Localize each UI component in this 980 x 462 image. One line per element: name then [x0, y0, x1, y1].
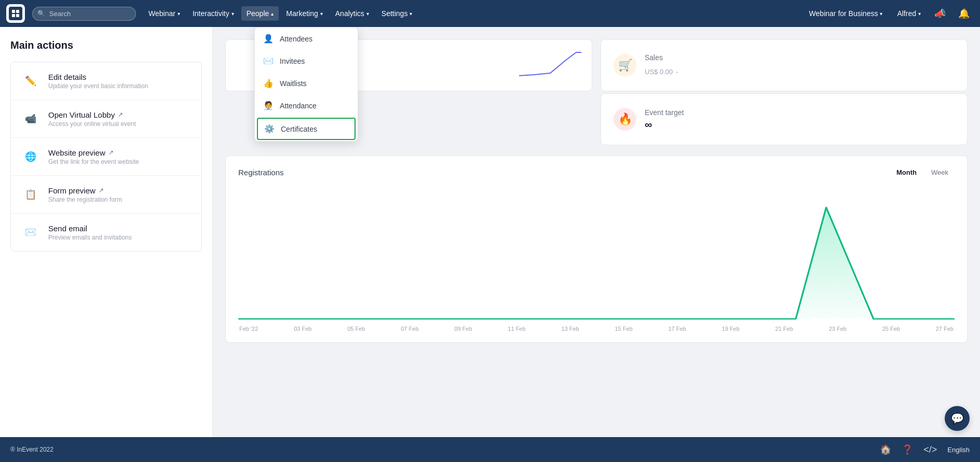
main-layout: Main actions ✏️ Edit details Update your…: [0, 27, 980, 437]
svg-rect-3: [16, 14, 19, 17]
action-title-lobby: Open Virtual Lobby ↗: [48, 110, 191, 119]
x-label-6: 13 Feb: [561, 326, 579, 332]
dropdown-item-attendance[interactable]: 🧑‍💼 Attendance: [255, 94, 358, 117]
nav-item-interactivity[interactable]: Interactivity ▾: [187, 6, 239, 21]
chevron-up-icon: ▴: [271, 11, 274, 17]
edit-icon: ✏️: [21, 72, 40, 90]
home-icon[interactable]: 🏠: [880, 444, 891, 455]
chart-header: Registrations Month Week: [238, 166, 955, 178]
x-label-1: 03 Feb: [294, 326, 311, 332]
stat-card-sales: 🛒 Sales US$ 0.00 -: [601, 39, 968, 91]
chart-title: Registrations: [238, 168, 284, 177]
action-title-email: Send email: [48, 224, 191, 233]
nav-right: Webinar for Business ▾ Alfred ▾ 📣 🔔: [804, 6, 974, 21]
chevron-down-icon: ▾: [410, 11, 412, 17]
chevron-down-icon: ▾: [232, 11, 234, 17]
action-send-email[interactable]: ✉️ Send email Preview emails and invitat…: [11, 214, 201, 251]
action-open-virtual-lobby[interactable]: 📹 Open Virtual Lobby ↗ Access your onlin…: [11, 100, 201, 138]
search-input[interactable]: [32, 7, 136, 21]
invitees-icon: ✉️: [263, 56, 274, 66]
action-desc-email: Preview emails and invitations: [48, 234, 191, 241]
footer-icons: 🏠 ❓ </> English: [880, 444, 970, 455]
dropdown-item-certificates[interactable]: ⚙️ Certificates: [257, 118, 356, 140]
nav-item-marketing[interactable]: Marketing ▾: [281, 6, 328, 21]
mini-chart-svg: [519, 50, 581, 81]
nav-item-settings[interactable]: Settings ▾: [376, 6, 418, 21]
code-icon[interactable]: </>: [923, 444, 937, 455]
action-desc-edit: Update your event basic information: [48, 82, 191, 90]
event-target-value: ∞: [645, 119, 684, 131]
globe-icon: 🌐: [21, 147, 40, 166]
notifications-icon[interactable]: 📣: [930, 6, 950, 21]
chevron-down-icon: ▾: [880, 11, 882, 17]
dropdown-item-invitees[interactable]: ✉️ Invitees: [255, 50, 358, 72]
event-target-icon-wrap: 🔥: [614, 108, 636, 131]
nav-item-analytics[interactable]: Analytics ▾: [330, 6, 374, 21]
external-link-icon: ↗: [118, 111, 123, 118]
attendance-icon: 🧑‍💼: [263, 101, 274, 110]
nav-webinar-for-business[interactable]: Webinar for Business ▾: [804, 6, 888, 21]
chevron-down-icon: ▾: [320, 11, 323, 17]
action-desc-lobby: Access your online virtual event: [48, 120, 191, 128]
external-link-icon: ↗: [99, 187, 104, 194]
action-edit-details[interactable]: ✏️ Edit details Update your event basic …: [11, 62, 201, 100]
x-label-13: 27 Feb: [936, 326, 954, 332]
x-label-9: 19 Feb: [722, 326, 740, 332]
dropdown-item-attendees[interactable]: 👤 Attendees: [255, 27, 358, 50]
x-label-8: 17 Feb: [668, 326, 686, 332]
dropdown-item-waitlists[interactable]: 👍 Waitlists: [255, 72, 358, 94]
x-axis-labels: Feb '22 03 Feb 05 Feb 07 Feb 09 Feb 11 F…: [238, 326, 955, 332]
event-target-label: Event target: [645, 108, 684, 117]
sidebar-title: Main actions: [10, 39, 202, 51]
form-icon: 📋: [21, 185, 40, 204]
stat-card-event-target: 🔥 Event target ∞: [601, 93, 968, 145]
x-label-2: 05 Feb: [347, 326, 365, 332]
nav-item-people[interactable]: People ▴: [241, 6, 279, 21]
chart-area: Feb '22 03 Feb 05 Feb 07 Feb 09 Feb 11 F…: [238, 187, 955, 332]
chart-tab-month[interactable]: Month: [890, 166, 923, 178]
footer: ® InEvent 2022 🏠 ❓ </> English: [0, 437, 980, 462]
sales-suffix: -: [676, 68, 678, 76]
certificates-icon: ⚙️: [264, 124, 275, 134]
chart-tab-week[interactable]: Week: [925, 166, 955, 178]
bell-icon[interactable]: 🔔: [954, 6, 974, 21]
x-label-10: 21 Feb: [775, 326, 793, 332]
logo[interactable]: [6, 4, 25, 23]
svg-rect-2: [12, 14, 15, 17]
sales-icon-wrap: 🛒: [614, 54, 636, 77]
attendees-icon: 👤: [263, 34, 274, 44]
action-desc-website: Get the link for the event website: [48, 158, 191, 165]
sales-label: Sales: [645, 53, 678, 62]
action-form-preview[interactable]: 📋 Form preview ↗ Share the registration …: [11, 176, 201, 214]
x-label-7: 15 Feb: [615, 326, 632, 332]
action-title-form: Form preview ↗: [48, 186, 191, 195]
email-icon: ✉️: [21, 223, 40, 242]
sidebar: Main actions ✏️ Edit details Update your…: [0, 27, 213, 437]
video-icon: 📹: [21, 109, 40, 128]
nav-items: Webinar ▾ Interactivity ▾ People ▴ Marke…: [143, 6, 417, 21]
chevron-down-icon: ▾: [366, 11, 369, 17]
people-dropdown: 👤 Attendees ✉️ Invitees 👍 Waitlists 🧑‍💼 …: [254, 27, 358, 142]
search-wrapper: 🔍: [32, 7, 136, 21]
x-label-3: 07 Feb: [401, 326, 418, 332]
actions-card: ✏️ Edit details Update your event basic …: [10, 62, 202, 251]
chat-button[interactable]: 💬: [945, 406, 970, 431]
action-title-website: Website preview ↗: [48, 148, 191, 157]
footer-language[interactable]: English: [947, 446, 970, 454]
registrations-chart-svg: [238, 187, 955, 321]
action-title-edit: Edit details: [48, 73, 191, 81]
action-website-preview[interactable]: 🌐 Website preview ↗ Get the link for the…: [11, 138, 201, 176]
x-label-4: 09 Feb: [454, 326, 472, 332]
svg-rect-0: [12, 10, 15, 13]
x-label-5: 11 Feb: [508, 326, 525, 332]
waitlists-icon: 👍: [263, 78, 274, 88]
chevron-down-icon: ▾: [178, 11, 180, 17]
help-icon[interactable]: ❓: [902, 444, 913, 455]
nav-item-webinar[interactable]: Webinar ▾: [143, 6, 185, 21]
nav-alfred[interactable]: Alfred ▾: [892, 6, 926, 21]
chart-tabs: Month Week: [890, 166, 955, 178]
x-label-12: 25 Feb: [882, 326, 900, 332]
external-link-icon: ↗: [108, 149, 114, 156]
top-nav: 🔍 Webinar ▾ Interactivity ▾ People ▴ Mar…: [0, 0, 980, 27]
chevron-down-icon: ▾: [918, 11, 921, 17]
